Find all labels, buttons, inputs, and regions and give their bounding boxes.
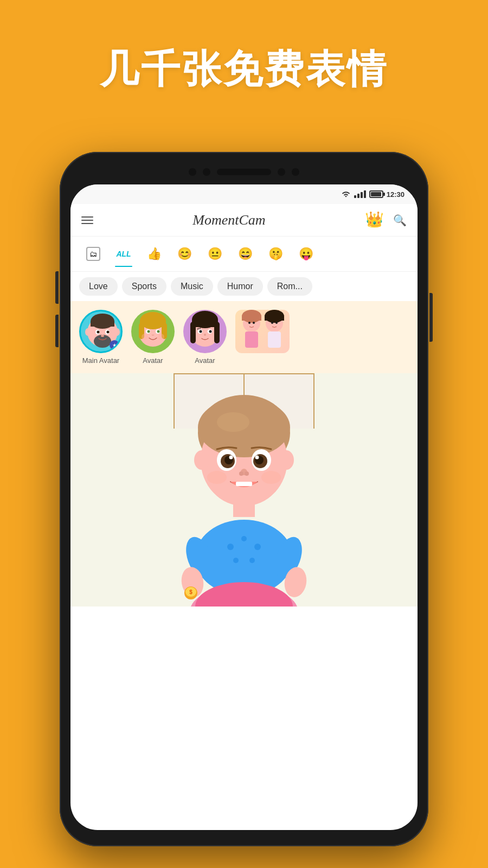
tab-all[interactable]: ALL	[110, 241, 138, 267]
svg-point-38	[253, 322, 255, 324]
svg-point-31	[200, 330, 202, 333]
svg-point-44	[275, 322, 278, 324]
sensor-dot-right	[278, 168, 285, 176]
signal-icon	[354, 190, 366, 198]
svg-point-59	[255, 456, 259, 459]
svg-point-7	[107, 331, 110, 334]
svg-rect-45	[268, 331, 281, 348]
svg-point-23	[158, 334, 164, 340]
tab-like[interactable]: 👍	[140, 241, 168, 267]
svg-point-72	[249, 558, 255, 563]
tab-emoji-3[interactable]: 😄	[231, 241, 259, 267]
svg-point-43	[271, 322, 273, 324]
svg-point-68	[227, 544, 234, 550]
couple-illustration	[235, 310, 290, 353]
menu-button[interactable]	[81, 216, 93, 224]
phone-shell: 12:30 MomentCam 👑 🔍	[60, 152, 428, 846]
svg-point-9	[85, 328, 91, 336]
crown-icon: 👑	[365, 211, 384, 228]
cartoon-child-section: $	[70, 373, 418, 607]
tab-emoji-5[interactable]: 😛	[292, 241, 320, 267]
svg-point-50	[194, 450, 209, 470]
menu-line-2	[81, 220, 93, 221]
status-time: 12:30	[387, 190, 404, 199]
svg-rect-42	[265, 316, 284, 321]
emoji-tab-bar: 🗂 ALL 👍 😊 😐	[70, 237, 418, 272]
svg-rect-26	[192, 320, 218, 327]
header-right: 👑 🔍	[365, 210, 407, 230]
svg-point-32	[209, 330, 212, 333]
svg-point-81	[195, 582, 293, 607]
favorites-icon: 🗂	[86, 247, 100, 261]
phone-screen: 12:30 MomentCam 👑 🔍	[70, 184, 418, 830]
app-logo: MomentCam	[192, 212, 265, 228]
emoji-face-4-icon: 🤫	[268, 247, 283, 261]
couple-avatar-item[interactable]	[235, 310, 290, 353]
tab-emoji-4[interactable]: 🤫	[261, 241, 290, 267]
category-sports[interactable]: Sports	[122, 277, 166, 296]
hero-title: 几千张免费表情	[0, 0, 488, 95]
svg-point-69	[241, 536, 247, 541]
volume-down-button	[55, 315, 59, 347]
svg-rect-36	[242, 316, 261, 321]
main-avatar-item[interactable]: ★ Main Avatar	[79, 310, 123, 365]
wifi-icon	[341, 190, 351, 198]
menu-line-3	[81, 223, 93, 224]
svg-point-8	[101, 335, 104, 337]
tab-emoji-2[interactable]: 😐	[201, 241, 229, 267]
svg-text:★: ★	[112, 342, 117, 348]
svg-point-56	[229, 456, 233, 459]
main-avatar-circle: ★	[79, 310, 123, 353]
vip-button[interactable]: 👑	[365, 210, 384, 230]
svg-point-37	[248, 322, 251, 324]
svg-point-70	[254, 544, 261, 550]
avatar-3-circle	[183, 310, 227, 353]
category-romance[interactable]: Rom...	[267, 277, 312, 296]
svg-point-22	[142, 334, 148, 340]
menu-line-1	[81, 216, 93, 218]
svg-text:$: $	[189, 589, 192, 595]
screen-content: MomentCam 👑 🔍 🗂	[70, 204, 418, 830]
svg-point-51	[279, 450, 294, 470]
like-icon: 👍	[147, 247, 162, 261]
avatar-3-face	[183, 310, 227, 353]
tab-emoji-1[interactable]: 😊	[170, 241, 198, 267]
battery-icon	[369, 190, 383, 198]
svg-rect-65	[236, 482, 252, 486]
svg-rect-39	[245, 331, 258, 348]
svg-point-33	[204, 334, 206, 336]
volume-up-button	[55, 271, 59, 304]
front-camera-icon	[189, 168, 196, 176]
avatar-2-label: Avatar	[143, 356, 163, 365]
phone-frame: 12:30 MomentCam 👑 🔍	[60, 152, 428, 846]
power-button	[429, 293, 433, 342]
emoji-face-2-icon: 😐	[208, 247, 222, 261]
child-cartoon-illustration: $	[163, 390, 325, 607]
emoji-face-1-icon: 😊	[177, 247, 192, 261]
avatar-2-item[interactable]: Avatar	[131, 310, 175, 365]
svg-rect-27	[190, 322, 196, 343]
svg-point-61	[239, 471, 243, 476]
avatar-2-circle	[131, 310, 175, 353]
svg-point-20	[147, 330, 150, 333]
svg-point-62	[245, 471, 249, 476]
avatar-3-label: Avatar	[195, 356, 215, 365]
svg-rect-3	[91, 321, 114, 327]
speaker-grille	[217, 169, 271, 175]
avatar-3-item[interactable]: Avatar	[183, 310, 227, 365]
app-header: MomentCam 👑 🔍	[70, 204, 418, 237]
main-avatar-label: Main Avatar	[82, 356, 119, 365]
sensor-dot	[203, 168, 210, 176]
category-humor[interactable]: Humor	[217, 277, 263, 296]
tab-favorites[interactable]: 🗂	[79, 241, 107, 267]
main-avatar-face: ★	[81, 311, 123, 353]
svg-point-10	[114, 328, 120, 336]
svg-point-64	[261, 471, 281, 484]
category-music[interactable]: Music	[171, 277, 213, 296]
category-bar: Love Sports Music Humor Rom...	[70, 272, 418, 301]
svg-point-63	[207, 471, 227, 484]
phone-notch	[189, 168, 299, 176]
search-button[interactable]: 🔍	[393, 214, 407, 227]
category-love[interactable]: Love	[79, 277, 118, 296]
status-bar: 12:30	[70, 184, 418, 204]
